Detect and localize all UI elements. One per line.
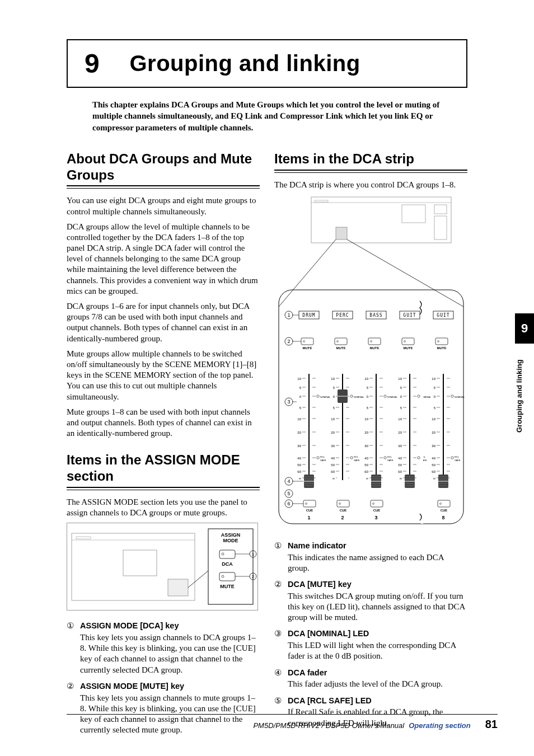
- footer-page-number: 81: [485, 718, 498, 731]
- circled-number-icon: ①: [67, 621, 77, 631]
- svg-text:GUIT: GUIT: [437, 313, 449, 318]
- svg-text:CUE: CUE: [306, 509, 313, 512]
- svg-text:2: 2: [287, 339, 290, 344]
- dca-item-5-label: DCA [RCL SAFE] LED: [288, 696, 372, 706]
- svg-point-111: [373, 503, 374, 504]
- circled-number-icon: ④: [274, 668, 284, 678]
- side-tab: 9 Grouping and linking: [515, 313, 534, 481]
- svg-text:BASS: BASS: [369, 313, 382, 318]
- svg-text:DRUM: DRUM: [302, 313, 315, 318]
- svg-point-15: [222, 575, 224, 577]
- assign-mode-figure: ASSIGN MODE 1 DCA 2 MUTE: [67, 523, 258, 611]
- assign-item-1: ① ASSIGN MODE [DCA] key: [67, 621, 260, 631]
- svg-point-105: [306, 503, 307, 504]
- section-divider: [67, 185, 260, 189]
- chapter-intro: This chapter explains DCA Groups and Mut…: [92, 99, 462, 133]
- dca-item-2-text: This switches DCA group muting on/off. I…: [288, 591, 467, 623]
- svg-text:50: 50: [297, 463, 301, 467]
- svg-text:MUTE: MUTE: [220, 584, 235, 589]
- svg-text:8: 8: [442, 515, 444, 520]
- assign-panel-label: ASSIGN: [221, 532, 241, 538]
- dca-item-3-text: This LED will light when the correspondi…: [288, 640, 467, 661]
- assign-heading: Items in the ASSIGN MODE section: [67, 452, 260, 485]
- svg-text:MUTE: MUTE: [336, 346, 346, 350]
- about-p3: DCA groups 1–6 are for input channels on…: [67, 301, 260, 344]
- right-column: Items in the DCA strip The DCA strip is …: [274, 151, 467, 741]
- svg-text:3: 3: [287, 399, 290, 405]
- assign-item-1-text: This key lets you assign channels to DCA…: [80, 632, 260, 675]
- side-tab-label: Grouping and linking: [515, 351, 523, 441]
- dca-item-5: ⑤ DCA [RCL SAFE] LED: [274, 696, 467, 706]
- svg-rect-25: [434, 205, 447, 214]
- svg-point-89: [317, 395, 319, 397]
- svg-point-50: [404, 340, 406, 342]
- chapter-header-box: 9 Grouping and linking: [67, 39, 467, 88]
- section-divider: [67, 487, 260, 490]
- svg-text:PERC: PERC: [336, 313, 349, 318]
- svg-line-27: [279, 240, 336, 307]
- about-heading: About DCA Groups and Mute Groups: [67, 151, 260, 184]
- svg-rect-29: [279, 290, 463, 524]
- svg-text:CUE: CUE: [373, 509, 381, 512]
- svg-text:2: 2: [341, 515, 344, 520]
- side-tab-number: 9: [515, 313, 534, 344]
- svg-text:1: 1: [252, 552, 255, 557]
- svg-text:1: 1: [287, 312, 290, 318]
- footer-section: Operating section: [409, 721, 471, 730]
- two-column-layout: About DCA Groups and Mute Groups You can…: [67, 151, 467, 741]
- about-p5: Mute groups 1–8 can be used with both in…: [67, 407, 260, 439]
- svg-text:NOMINAL: NOMINAL: [320, 396, 331, 398]
- circled-number-icon: ②: [67, 681, 77, 692]
- svg-point-91: [317, 457, 319, 459]
- dca-intro: The DCA strip is where you control DCA g…: [274, 180, 467, 190]
- svg-rect-26: [434, 216, 447, 240]
- svg-point-41: [303, 340, 305, 342]
- svg-text:MUTE: MUTE: [404, 346, 413, 350]
- circled-number-icon: ③: [274, 628, 284, 639]
- about-p2: DCA groups allow the level of multiple c…: [67, 222, 260, 297]
- dca-item-4-text: This fader adjusts the level of the DCA …: [288, 679, 467, 689]
- dca-strip-figure: DRUM PERC BASS GUIT GUIT MUTE: [274, 195, 467, 530]
- svg-point-53: [438, 340, 439, 342]
- about-p1: You can use eight DCA groups and eight m…: [67, 195, 260, 217]
- dca-item-4-label: DCA fader: [288, 668, 327, 678]
- svg-text:SAFE: SAFE: [320, 459, 326, 462]
- svg-text:10: 10: [297, 417, 301, 421]
- svg-text:CUE: CUE: [441, 509, 448, 512]
- svg-text:5: 5: [299, 406, 302, 410]
- svg-text:6: 6: [287, 501, 290, 506]
- svg-text:5: 5: [299, 386, 302, 389]
- svg-text:DCA: DCA: [222, 561, 233, 567]
- svg-line-5: [188, 571, 208, 588]
- svg-text:5: 5: [287, 491, 290, 496]
- svg-point-47: [371, 340, 372, 342]
- svg-rect-22: [315, 200, 328, 202]
- svg-text:MUTE: MUTE: [437, 346, 447, 350]
- svg-text:RCL: RCL: [320, 456, 325, 458]
- dca-item-2-label: DCA [MUTE] key: [288, 579, 352, 590]
- svg-point-9: [222, 553, 224, 555]
- svg-point-114: [440, 503, 442, 504]
- svg-text:60: 60: [297, 470, 301, 473]
- dca-item-4: ④ DCA fader: [274, 668, 467, 678]
- assign-intro: The ASSIGN MODE section lets you use the…: [67, 497, 260, 518]
- dca-heading: Items in the DCA strip: [274, 151, 467, 167]
- svg-point-44: [337, 340, 339, 342]
- about-p4: Mute groups allow multiple channels to b…: [67, 349, 260, 402]
- svg-text:CUE: CUE: [340, 509, 347, 512]
- svg-rect-2: [76, 537, 91, 539]
- assign-item-2: ② ASSIGN MODE [MUTE] key: [67, 681, 260, 692]
- svg-rect-20: [311, 197, 451, 243]
- assign-item-1-label: ASSIGN MODE [DCA] key: [80, 621, 179, 631]
- dca-item-1: ① Name indicator: [274, 541, 467, 551]
- svg-text:1: 1: [307, 515, 310, 520]
- dca-item-1-text: This indicates the name assigned to each…: [288, 552, 467, 574]
- section-divider: [274, 170, 467, 173]
- dca-item-3-label: DCA [NOMINAL] LED: [288, 628, 369, 639]
- svg-point-108: [339, 503, 341, 504]
- svg-text:MUTE: MUTE: [370, 346, 380, 350]
- svg-text:20: 20: [297, 431, 301, 434]
- dca-item-1-label: Name indicator: [288, 541, 346, 551]
- svg-rect-23: [336, 227, 347, 240]
- dca-item-3: ③ DCA [NOMINAL] LED: [274, 628, 467, 639]
